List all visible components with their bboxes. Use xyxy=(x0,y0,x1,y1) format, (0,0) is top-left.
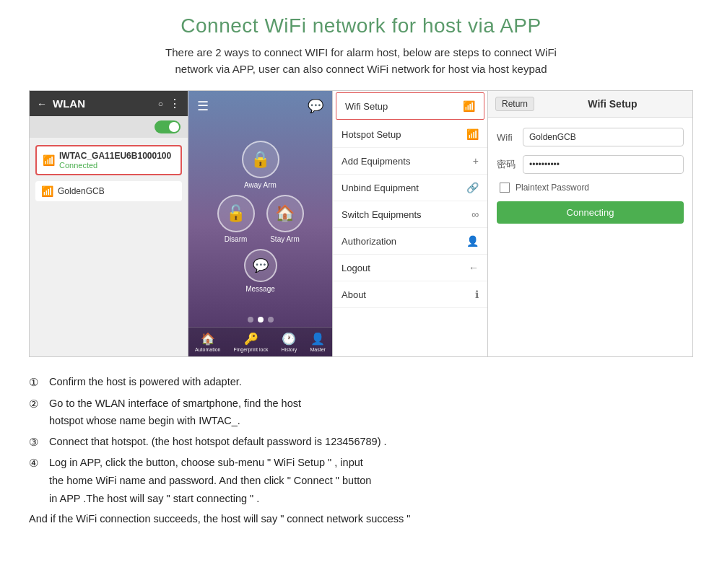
nav-master[interactable]: 👤 Master xyxy=(310,332,326,352)
password-field: 密码 xyxy=(497,155,684,174)
arm-controls: 🔒 Away Arm 🔓 Disarm 🏠 Stay Arm 💬 Message xyxy=(217,121,304,312)
hamburger-icon[interactable]: ☰ xyxy=(197,98,209,114)
nav-fingerprint[interactable]: 🔑 Fingerprint lock xyxy=(234,332,269,352)
nav-master-label: Master xyxy=(310,347,326,352)
wlan-header: ← WLAN ○ ⋮ xyxy=(30,91,188,116)
circle-icon: ○ xyxy=(158,99,163,109)
step-1-text: Confirm the host is powered with adapter… xyxy=(49,373,693,392)
connected-status: Connected xyxy=(59,161,171,170)
app-bottom-nav: 🏠 Automation 🔑 Fingerprint lock 🕐 Histor… xyxy=(188,327,332,356)
stay-arm-btn[interactable]: 🏠 Stay Arm xyxy=(266,195,304,243)
menu-auth-icon: 👤 xyxy=(466,235,479,247)
plaintext-checkbox-row: Plaintext Password xyxy=(497,183,684,193)
return-button[interactable]: Return xyxy=(495,97,534,111)
menu-item-logout[interactable]: Logout ← xyxy=(333,255,487,281)
password-input[interactable] xyxy=(523,155,684,174)
wifi-setup-panel: Return Wifi Setup Wifi 密码 Plaintext Pass… xyxy=(488,91,692,356)
password-label: 密码 xyxy=(497,158,517,171)
step-1-num: ① xyxy=(29,373,45,392)
step-2-text: Go to the WLAN interface of smartphone, … xyxy=(49,395,693,430)
wifi-label: Wifi xyxy=(497,132,517,143)
connected-network-item[interactable]: 📶 IWTAC_GA11EU6B1000100 Connected xyxy=(35,145,182,175)
menu-hotspot-label: Hotspot Setup xyxy=(342,129,401,140)
nav-automation[interactable]: 🏠 Automation xyxy=(195,332,220,352)
away-arm-icon: 🔒 xyxy=(242,141,279,178)
wlan-toggle-row xyxy=(30,116,188,138)
menu-add-equip-label: Add Equipments xyxy=(342,156,410,167)
step-3-num: ③ xyxy=(29,433,45,452)
wifi-setup-title: Wifi Setup xyxy=(540,98,685,110)
menu-unbind-label: Unbind Equipment xyxy=(342,183,419,193)
message-btn[interactable]: 💬 Message xyxy=(244,249,277,293)
menu-wifi-icon: 📶 xyxy=(463,100,475,112)
master-icon: 👤 xyxy=(310,332,325,346)
step-4-text: Log in APP, click the button, choose sub… xyxy=(49,454,693,507)
more-icon[interactable]: ⋮ xyxy=(169,97,180,110)
message-label: Message xyxy=(245,285,275,293)
other-network-item[interactable]: 📶 GoldenGCB xyxy=(35,181,182,201)
plaintext-checkbox[interactable] xyxy=(500,183,510,193)
disarm-label: Disarm xyxy=(225,235,248,243)
menu-add-icon: + xyxy=(473,155,479,167)
step-2-num: ② xyxy=(29,395,45,430)
menu-auth-label: Authorization xyxy=(342,236,396,247)
history-icon: 🕐 xyxy=(282,332,296,346)
menu-item-unbind[interactable]: Unbind Equipment 🔗 xyxy=(333,175,487,201)
menu-logout-icon: ← xyxy=(469,262,479,273)
step-4: ④ Log in APP, click the button, choose s… xyxy=(29,454,693,507)
away-arm-btn[interactable]: 🔒 Away Arm xyxy=(242,141,279,189)
menu-about-icon: ℹ xyxy=(475,289,479,300)
back-icon[interactable]: ← xyxy=(37,98,47,110)
nav-history[interactable]: 🕐 History xyxy=(282,332,297,352)
dots-row xyxy=(248,317,274,322)
wifi-setup-form: Wifi 密码 Plaintext Password Connecting xyxy=(488,118,692,234)
menu-item-hotspot[interactable]: Hotspot Setup 📶 xyxy=(333,121,487,148)
menu-item-add-equip[interactable]: Add Equipments + xyxy=(333,148,487,175)
top-arm-row: 🔒 Away Arm xyxy=(242,141,279,189)
wifi-setup-header: Return Wifi Setup xyxy=(488,91,692,118)
menu-switch-icon: ∞ xyxy=(471,209,479,220)
step-3: ③ Connect that hotspot. (the host hotspo… xyxy=(29,433,693,452)
wifi-other-icon: 📶 xyxy=(41,185,53,197)
nav-fingerprint-label: Fingerprint lock xyxy=(234,347,269,352)
middle-arm-row: 🔓 Disarm 🏠 Stay Arm xyxy=(217,195,304,243)
dot-1 xyxy=(248,317,253,322)
menu-panel: Wifi Setup 📶 Hotspot Setup 📶 Add Equipme… xyxy=(333,91,488,356)
menu-switch-label: Switch Equipments xyxy=(342,209,422,220)
message-icon: 💬 xyxy=(244,249,277,282)
instructions: ① Confirm the host is powered with adapt… xyxy=(29,373,693,528)
step-2: ② Go to the WLAN interface of smartphone… xyxy=(29,395,693,430)
step-1: ① Confirm the host is powered with adapt… xyxy=(29,373,693,392)
wlan-panel: ← WLAN ○ ⋮ 📶 IWTAC_GA11EU6B1000100 Conne… xyxy=(30,91,188,356)
disarm-icon: 🔓 xyxy=(217,195,255,232)
connect-button[interactable]: Connecting xyxy=(497,201,684,224)
connected-network-info: IWTAC_GA11EU6B1000100 Connected xyxy=(59,151,171,170)
stay-arm-label: Stay Arm xyxy=(270,235,300,243)
wlan-title: WLAN xyxy=(53,97,152,110)
step-3-text: Connect that hotspot. (the host hotspot … xyxy=(49,433,693,452)
wifi-name-field: Wifi xyxy=(497,128,684,146)
menu-item-wifi-setup[interactable]: Wifi Setup 📶 xyxy=(336,92,484,120)
menu-hotspot-icon: 📶 xyxy=(466,128,479,140)
wifi-name-input[interactable] xyxy=(523,128,684,146)
menu-item-about[interactable]: About ℹ xyxy=(333,281,487,308)
menu-item-switch[interactable]: Switch Equipments ∞ xyxy=(333,201,487,228)
page-subtitle: There are 2 ways to connect WIFI for ala… xyxy=(29,45,693,77)
chat-icon[interactable]: 💬 xyxy=(308,98,323,114)
other-network-name: GoldenGCB xyxy=(58,186,105,196)
nav-automation-label: Automation xyxy=(195,347,220,352)
wifi-toggle[interactable] xyxy=(155,120,180,133)
automation-icon: 🏠 xyxy=(201,332,215,346)
app-panel: ☰ 💬 🔒 Away Arm 🔓 Disarm 🏠 Stay Arm xyxy=(188,91,333,356)
page-title: Connect WiFi network for host via APP xyxy=(29,14,693,38)
disarm-btn[interactable]: 🔓 Disarm xyxy=(217,195,255,243)
away-arm-label: Away Arm xyxy=(244,181,277,189)
app-menu-header: ☰ 💬 xyxy=(188,91,332,121)
message-row: 💬 Message xyxy=(244,249,277,293)
screenshots-composite: ← WLAN ○ ⋮ 📶 IWTAC_GA11EU6B1000100 Conne… xyxy=(29,90,693,357)
stay-arm-icon: 🏠 xyxy=(266,195,304,232)
nav-history-label: History xyxy=(282,347,297,352)
menu-wifi-label: Wifi Setup xyxy=(345,101,388,112)
menu-item-auth[interactable]: Authorization 👤 xyxy=(333,228,487,255)
plaintext-label: Plaintext Password xyxy=(516,183,589,193)
